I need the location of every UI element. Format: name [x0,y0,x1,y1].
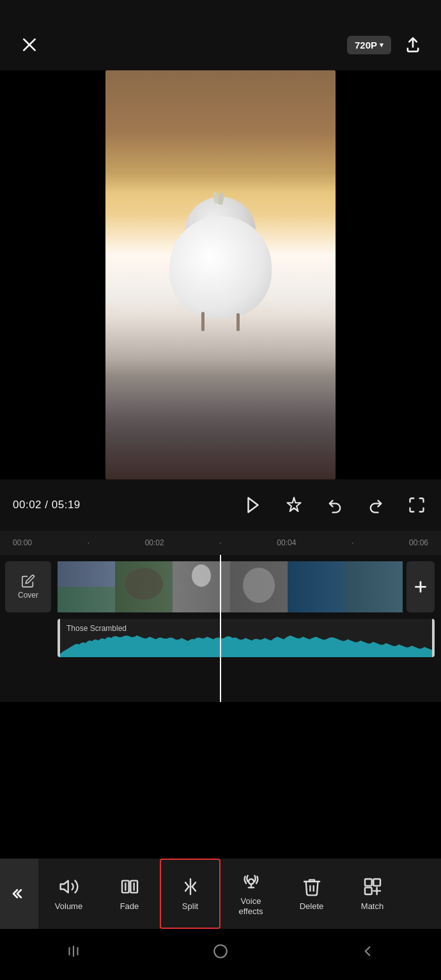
split-icon [180,876,201,898]
volume-label: Volume [55,901,82,912]
svg-marker-3 [288,497,301,511]
bird-body [169,216,272,318]
delete-icon [301,876,323,898]
bird-leg-right [236,313,240,331]
nav-menu-button[interactable] [59,937,88,965]
voice-effects-label: Voice effects [238,896,263,916]
toolbar-item-delete[interactable]: Delete [281,859,342,929]
time-display: 00:02 / 05:19 [13,499,81,511]
timeline-controls: 00:02 / 05:19 [0,479,441,531]
svg-line-14 [192,883,195,887]
resolution-label: 720P [355,40,377,51]
ruler-dot-2: · [219,538,221,547]
audio-waveform [60,632,435,657]
svg-rect-21 [365,888,372,895]
total-time: 05:19 [52,499,81,511]
bird-tuft [211,192,230,206]
match-icon [362,876,383,898]
cover-label: Cover [18,591,38,600]
resolution-selector[interactable]: 720P ▾ [347,36,391,54]
svg-line-13 [185,887,189,891]
svg-line-15 [192,887,195,891]
voice-effects-icon [240,871,262,892]
toolbar-item-fade[interactable]: Fade [99,859,160,929]
fade-icon [119,876,141,898]
delete-label: Delete [300,901,324,912]
nav-back-button[interactable] [353,937,382,965]
svg-point-25 [214,945,227,958]
play-button[interactable] [242,494,265,517]
add-clip-button[interactable] [406,561,435,612]
match-label: Match [361,901,383,912]
undo-button[interactable] [323,494,346,517]
toolbar-item-voice-effects[interactable]: Voice effects [220,859,281,929]
svg-line-12 [185,883,189,887]
toolbar-items: Volume Fade [38,859,441,929]
bird-illustration [157,191,284,331]
top-bar: 720P ▾ [0,0,441,70]
audio-track[interactable]: Those Scrambled [58,619,435,657]
toolbar-back-button[interactable] [0,859,38,929]
close-button[interactable] [15,31,43,59]
fullscreen-button[interactable] [405,494,428,517]
ruler-mark-1: 00:02 [145,538,164,547]
fade-label: Fade [120,901,139,912]
redo-button[interactable] [364,494,387,517]
magic-button[interactable] [282,494,306,517]
svg-rect-19 [365,879,372,886]
time-separator: / [45,499,48,511]
ruler-dot-1: · [88,538,89,547]
timeline-area: Cover Those Scrambled [0,555,441,702]
timecode-ruler: 00:00 · 00:02 · 00:04 · 00:06 [0,531,441,555]
video-thumbnail-5 [288,561,345,612]
ruler-dot-3: · [352,538,353,547]
playhead [220,555,221,702]
video-preview [105,70,336,479]
svg-rect-20 [373,879,380,886]
video-thumbnail-1 [58,561,115,612]
ruler-mark-2: 00:04 [277,538,296,547]
nav-home-button[interactable] [206,937,235,965]
svg-marker-2 [249,498,258,513]
system-nav [0,929,441,980]
bottom-toolbar: Volume Fade [0,859,441,929]
video-track[interactable] [58,561,435,612]
ruler-marks: 00:00 · 00:02 · 00:04 · 00:06 [6,538,435,547]
volume-icon [58,876,80,898]
split-label: Split [182,901,198,912]
top-right-controls: 720P ▾ [347,32,426,58]
toolbar-item-split[interactable]: Split [160,859,220,929]
toolbar-item-match[interactable]: Match [342,859,403,929]
bird-leg-left [201,312,205,331]
video-thumbnail-3 [173,561,230,612]
playback-controls [242,494,428,517]
video-frame [105,70,336,479]
toolbar-item-volume[interactable]: Volume [38,859,99,929]
ruler-mark-3: 00:06 [409,538,428,547]
svg-marker-6 [60,881,68,893]
export-button[interactable] [400,32,426,58]
cover-track[interactable]: Cover [5,561,51,612]
ruler-mark-0: 00:00 [13,538,32,547]
video-thumbnail-6 [345,561,403,612]
bird-legs [189,309,252,331]
video-thumbnail-4 [230,561,288,612]
chevron-down-icon: ▾ [380,41,383,49]
current-time: 00:02 [13,499,42,511]
audio-track-label: Those Scrambled [66,624,127,633]
video-thumbnail-2 [115,561,173,612]
